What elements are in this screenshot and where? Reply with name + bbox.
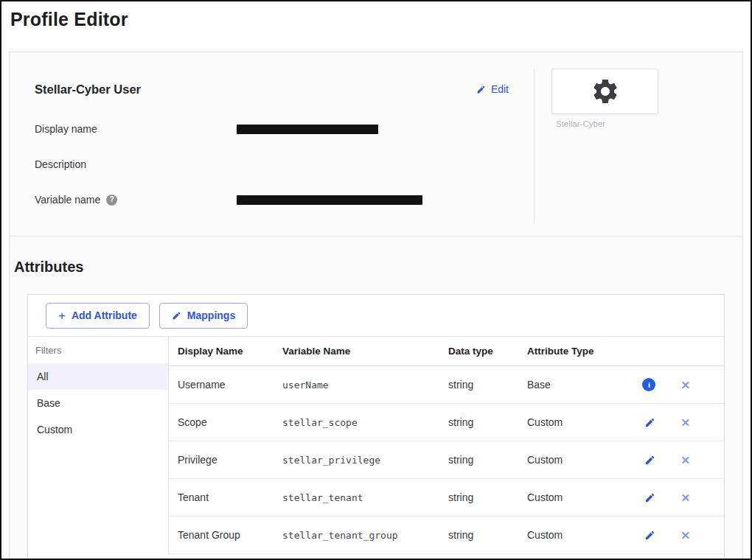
cell-data-type: string [448, 416, 527, 428]
add-attribute-button[interactable]: + Add Attribute [46, 303, 150, 329]
app-tile-caption: Stellar-Cyber [556, 119, 605, 128]
filters-list: All Base Custom [28, 363, 168, 443]
filter-item-base[interactable]: Base [28, 390, 168, 416]
cell-variable-name: stellar_scope [282, 417, 448, 428]
cell-attribute-type: Custom [527, 416, 638, 428]
attribute-table-body: Username userName string Base i ✕ Scope … [169, 366, 724, 554]
header-data-type: Data type [448, 346, 527, 357]
filter-item-custom[interactable]: Custom [28, 416, 168, 443]
plus-icon: + [58, 309, 66, 322]
filter-item-label: Custom [37, 424, 72, 435]
table-row: Username userName string Base i ✕ [169, 366, 724, 404]
cell-attribute-type: Custom [527, 454, 638, 466]
filters-heading: Filters [28, 337, 168, 363]
remove-attribute-icon[interactable]: ✕ [680, 417, 690, 428]
table-row: Tenant stellar_tenant string Custom ✕ [169, 479, 724, 517]
edit-label: Edit [491, 83, 509, 95]
add-attribute-label: Add Attribute [72, 309, 137, 321]
edit-attribute-icon[interactable] [644, 417, 655, 428]
help-icon[interactable]: ? [106, 195, 117, 206]
cell-variable-name: userName [282, 379, 448, 391]
pencil-icon [172, 311, 181, 321]
remove-attribute-icon[interactable]: ✕ [680, 530, 690, 541]
header-attribute-type: Attribute Type [527, 346, 638, 357]
cell-variable-name: stellar_tenant [282, 492, 448, 503]
cell-data-type: string [448, 454, 527, 466]
edit-attribute-icon[interactable] [644, 455, 655, 466]
header-display-name: Display Name [169, 346, 282, 357]
cell-display-name: Username [169, 379, 282, 391]
page-title: Profile Editor [10, 9, 128, 30]
cell-variable-name: stellar_privilege [282, 455, 448, 466]
edit-attribute-icon[interactable] [644, 530, 655, 541]
attributes-heading: Attributes [14, 259, 83, 276]
edit-profile-button[interactable]: Edit [476, 83, 509, 95]
attributes-panel: + Add Attribute Mappings Filters All Bas… [27, 294, 725, 560]
display-name-label: Display name [35, 122, 237, 136]
cell-attribute-type: Custom [527, 529, 638, 541]
table-row: Privilege stellar_privilege string Custo… [169, 441, 724, 479]
info-icon[interactable]: i [642, 378, 655, 391]
cell-data-type: string [448, 379, 527, 391]
remove-attribute-icon[interactable]: ✕ [680, 455, 690, 466]
cell-display-name: Tenant Group [169, 529, 282, 541]
cell-data-type: string [448, 529, 527, 541]
remove-attribute-icon[interactable]: ✕ [680, 492, 690, 503]
description-field: Description [35, 157, 509, 172]
table-row: Tenant Group stellar_tenant_group string… [169, 517, 724, 554]
variable-name-field: Variable name ? [35, 192, 509, 207]
variable-name-value-redacted [237, 195, 422, 205]
cell-display-name: Scope [169, 416, 282, 428]
cell-variable-name: stellar_tenant_group [282, 530, 448, 541]
mappings-button[interactable]: Mappings [159, 303, 248, 329]
filter-item-label: All [37, 371, 49, 382]
cell-display-name: Privilege [169, 454, 282, 466]
remove-attribute-icon[interactable]: ✕ [680, 379, 690, 391]
attributes-table: Display Name Variable Name Data type Att… [169, 337, 724, 554]
header-variable-name: Variable Name [282, 346, 448, 357]
profile-summary-section: Stellar-Cyber User Edit Display name Des… [10, 52, 742, 237]
display-name-field: Display name [35, 122, 509, 136]
cell-display-name: Tenant [169, 491, 282, 503]
pencil-icon [476, 85, 486, 94]
mappings-label: Mappings [187, 309, 235, 321]
table-row: Scope stellar_scope string Custom ✕ [169, 404, 724, 441]
cell-attribute-type: Base [527, 379, 638, 391]
edit-attribute-icon[interactable] [644, 492, 655, 503]
profile-details: Stellar-Cyber User Edit Display name Des… [10, 69, 535, 223]
app-tile [551, 69, 658, 114]
main-panel: Stellar-Cyber User Edit Display name Des… [9, 52, 743, 560]
filter-item-label: Base [37, 397, 60, 409]
cell-data-type: string [448, 491, 527, 503]
filters-sidebar: Filters All Base Custom [28, 337, 169, 554]
profile-editor-page: { "page": { "title": "Profile Editor" },… [0, 0, 752, 560]
table-header-row: Display Name Variable Name Data type Att… [169, 337, 724, 366]
profile-name: Stellar-Cyber User [35, 82, 141, 97]
description-label: Description [35, 157, 237, 172]
cell-attribute-type: Custom [527, 491, 638, 503]
display-name-value-redacted [237, 125, 378, 134]
variable-name-label: Variable name [35, 192, 100, 207]
attributes-toolbar: + Add Attribute Mappings [28, 295, 724, 337]
gear-icon [591, 77, 620, 106]
filter-item-all[interactable]: All [28, 363, 168, 390]
